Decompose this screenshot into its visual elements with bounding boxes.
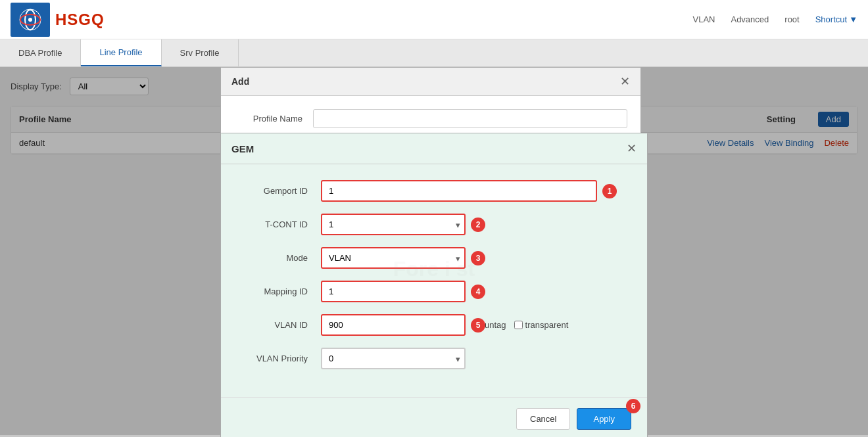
profile-name-row: Profile Name (234, 109, 627, 128)
apply-button[interactable]: Apply (577, 408, 631, 430)
tcont-id-label: T-CONT ID (242, 219, 321, 229)
gem-modal-header: GEM ✕ (221, 133, 647, 164)
logo-area: HSGQ (11, 3, 105, 37)
nav-shortcut[interactable]: Shortcut ▼ (815, 14, 857, 24)
step-4-badge: 4 (471, 285, 485, 299)
nav-user: root (784, 14, 799, 24)
logo-box (11, 3, 50, 37)
logo-text: HSGQ (55, 11, 105, 29)
vlan-id-row: VLAN ID 5 untag (242, 314, 626, 336)
add-modal-header: Add ✕ (221, 68, 640, 96)
vlan-id-label: VLAN ID (242, 320, 321, 330)
cancel-button[interactable]: Cancel (516, 408, 570, 430)
tcont-id-select[interactable]: 1 (321, 214, 466, 235)
mode-select[interactable]: VLAN (321, 247, 466, 269)
vlan-priority-select[interactable]: 0 (321, 348, 466, 369)
tab-dba-profile[interactable]: DBA Profile (0, 39, 81, 66)
step-2-badge: 2 (471, 218, 485, 232)
nav-advanced[interactable]: Advanced (731, 14, 769, 24)
tab-line-profile[interactable]: Line Profile (81, 39, 161, 66)
transparent-checkbox[interactable] (514, 321, 523, 329)
gemport-id-label: Gemport ID (242, 186, 321, 196)
vlan-id-controls: 5 untag transparent (321, 314, 568, 336)
svg-point-3 (28, 18, 32, 22)
chevron-down-icon: ▼ (849, 14, 857, 24)
gemport-id-row: Gemport ID 1 (242, 180, 626, 202)
gem-modal-body: Fore i st Gemport ID 1 T-CONT ID 1 (221, 164, 647, 397)
mapping-id-input[interactable] (321, 281, 466, 302)
add-modal-title: Add (231, 76, 249, 87)
tab-srv-profile[interactable]: Srv Profile (162, 39, 239, 66)
vlan-id-input[interactable] (321, 314, 466, 336)
mode-label: Mode (242, 253, 321, 263)
tabbar: DBA Profile Line Profile Srv Profile (0, 39, 868, 67)
gemport-id-input[interactable] (321, 180, 597, 202)
gem-modal-title: GEM (231, 143, 254, 154)
topbar-nav: VLAN Advanced root Shortcut ▼ (693, 14, 858, 24)
gem-modal-footer: Cancel Apply 6 (221, 397, 647, 437)
add-modal-close-button[interactable]: ✕ (620, 74, 630, 89)
profile-name-label: Profile Name (234, 114, 313, 124)
vlan-priority-row: VLAN Priority 0 (242, 348, 626, 369)
profile-name-input[interactable] (313, 109, 627, 128)
transparent-checkbox-label[interactable]: transparent (514, 320, 569, 330)
step-1-badge: 1 (602, 184, 617, 198)
main-area: Display Type: All Profile Name Setting A… (0, 67, 868, 435)
gem-modal: GEM ✕ Fore i st Gemport ID 1 T-CONT ID (220, 133, 648, 437)
gem-modal-close-button[interactable]: ✕ (627, 141, 637, 156)
step-6-badge: 6 (626, 399, 640, 413)
vlan-priority-label: VLAN Priority (242, 354, 321, 363)
mapping-id-label: Mapping ID (242, 287, 321, 296)
step-5-badge: 5 (471, 318, 485, 333)
nav-vlan[interactable]: VLAN (693, 14, 715, 24)
mapping-id-row: Mapping ID 4 (242, 281, 626, 302)
topbar: HSGQ VLAN Advanced root Shortcut ▼ (0, 0, 868, 39)
tcont-id-row: T-CONT ID 1 2 (242, 214, 626, 235)
step-3-badge: 3 (471, 251, 485, 265)
mode-row: Mode VLAN 3 (242, 247, 626, 269)
